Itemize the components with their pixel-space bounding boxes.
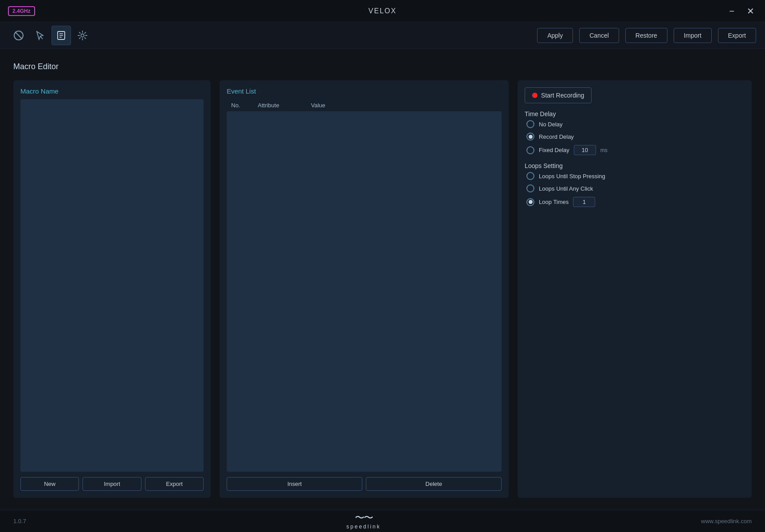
macro-name-actions: New Import Export: [20, 477, 204, 491]
macro-icon[interactable]: [51, 26, 71, 45]
new-button[interactable]: New: [20, 477, 79, 491]
settings-panel: Start Recording Time Delay No Delay: [518, 80, 752, 498]
svg-line-1: [15, 32, 22, 39]
import-button[interactable]: Import: [674, 28, 712, 43]
no-delay-radio[interactable]: [526, 120, 534, 128]
loops-setting-label: Loops Setting: [525, 162, 745, 169]
logo-mark: 〜〜: [355, 513, 373, 523]
toolbar: Apply Cancel Restore Import Export: [0, 22, 765, 49]
close-button[interactable]: ✕: [744, 6, 757, 16]
event-list-panel: Event List No. Attribute Value Insert De…: [220, 80, 509, 498]
event-list-header: No. Attribute Value: [227, 99, 502, 111]
frequency-badge: 2.4GHz: [8, 6, 35, 16]
page-title: Macro Editor: [13, 62, 752, 71]
settings-icon[interactable]: [73, 26, 92, 45]
record-delay-radio-inner: [529, 135, 533, 139]
loops-radio-group: Loops Until Stop Pressing Loops Until An…: [525, 172, 745, 207]
svg-point-7: [81, 34, 84, 37]
loops-setting-group: Loops Setting Loops Until Stop Pressing: [525, 162, 745, 207]
time-delay-label: Time Delay: [525, 110, 745, 117]
toolbar-icon-group: [9, 26, 92, 45]
loops-until-any-radio[interactable]: [526, 184, 534, 192]
loops-until-stop-label: Loops Until Stop Pressing: [539, 173, 605, 180]
record-dot: [532, 93, 537, 98]
main-content: Macro Editor Macro Name New Import Expor…: [0, 49, 765, 510]
value-column-header: Value: [311, 102, 497, 109]
fixed-delay-label: Fixed Delay: [539, 147, 569, 153]
event-list-actions: Insert Delete: [227, 477, 502, 491]
loop-times-label: Loop Times: [539, 199, 569, 205]
record-delay-radio[interactable]: [526, 133, 534, 141]
website-url: www.speedlink.com: [701, 518, 752, 524]
speedlink-logo: 〜〜 speedlink: [346, 513, 381, 530]
fixed-delay-unit: ms: [600, 147, 608, 153]
loop-times-row[interactable]: Loop Times 1: [526, 197, 745, 207]
disable-icon[interactable]: [9, 26, 28, 45]
record-delay-label: Record Delay: [539, 133, 574, 140]
app-title: VELOX: [369, 7, 396, 15]
restore-button[interactable]: Restore: [625, 28, 667, 43]
fixed-delay-input[interactable]: 10: [574, 145, 596, 155]
loop-times-input[interactable]: 1: [573, 197, 595, 207]
export-macro-button[interactable]: Export: [145, 477, 204, 491]
footer: 1.0.7 〜〜 speedlink www.speedlink.com: [0, 510, 765, 532]
export-button[interactable]: Export: [718, 28, 756, 43]
fixed-delay-row[interactable]: Fixed Delay 10 ms: [526, 145, 745, 155]
fixed-delay-radio[interactable]: [526, 146, 534, 154]
no-column-header: No.: [231, 102, 258, 109]
recording-section: Start Recording Time Delay No Delay: [525, 87, 745, 207]
no-delay-row[interactable]: No Delay: [526, 120, 745, 128]
loops-until-stop-row[interactable]: Loops Until Stop Pressing: [526, 172, 745, 180]
loops-until-any-row[interactable]: Loops Until Any Click: [526, 184, 745, 192]
cursor-icon[interactable]: [30, 26, 50, 45]
time-delay-radio-group: No Delay Record Delay: [525, 120, 745, 155]
time-delay-group: Time Delay No Delay: [525, 110, 745, 155]
cancel-button[interactable]: Cancel: [579, 28, 619, 43]
start-recording-button[interactable]: Start Recording: [525, 87, 592, 103]
macro-name-panel: Macro Name New Import Export: [13, 80, 211, 498]
macro-name-list[interactable]: [20, 99, 204, 472]
delete-button[interactable]: Delete: [366, 477, 502, 491]
loops-until-stop-radio[interactable]: [526, 172, 534, 180]
loop-times-radio[interactable]: [526, 198, 534, 206]
svg-line-2: [40, 36, 43, 39]
apply-button[interactable]: Apply: [537, 28, 573, 43]
panels: Macro Name New Import Export Event List …: [13, 80, 752, 498]
version-label: 1.0.7: [13, 518, 26, 524]
event-list-body[interactable]: [227, 111, 502, 472]
import-macro-button[interactable]: Import: [82, 477, 141, 491]
logo-text: speedlink: [346, 524, 381, 530]
insert-button[interactable]: Insert: [227, 477, 362, 491]
loops-until-any-label: Loops Until Any Click: [539, 185, 593, 192]
record-delay-row[interactable]: Record Delay: [526, 133, 745, 141]
no-delay-label: No Delay: [539, 121, 562, 128]
macro-name-label: Macro Name: [20, 87, 204, 95]
event-list-label: Event List: [227, 87, 502, 95]
loop-times-radio-inner: [529, 200, 533, 204]
start-recording-label: Start Recording: [541, 92, 584, 99]
titlebar: 2.4GHz VELOX − ✕: [0, 0, 765, 22]
window-controls: − ✕: [726, 6, 757, 16]
attribute-column-header: Attribute: [258, 102, 311, 109]
minimize-button[interactable]: −: [726, 6, 737, 16]
